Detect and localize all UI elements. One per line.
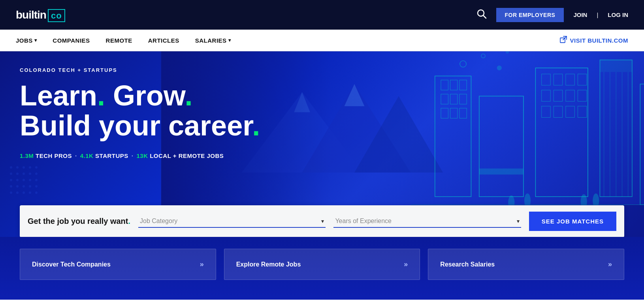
secondary-navigation: JOBS ▾ COMPANIES REMOTE ARTICLES SALARIE… bbox=[0, 30, 644, 51]
svg-point-69 bbox=[16, 185, 19, 188]
see-job-matches-button[interactable]: SEE JOB MATCHES bbox=[529, 212, 616, 231]
startups-count: 4.1K bbox=[80, 152, 94, 159]
years-experience-chevron-icon: ▾ bbox=[517, 218, 520, 224]
svg-point-70 bbox=[23, 185, 25, 188]
search-bar: Get the job you really want. Job Categor… bbox=[20, 205, 624, 237]
nav-articles[interactable]: ARTICLES bbox=[148, 37, 179, 44]
job-category-chevron-icon: ▾ bbox=[321, 218, 324, 224]
svg-point-71 bbox=[29, 185, 31, 188]
svg-point-61 bbox=[29, 173, 31, 175]
visit-builtin-link[interactable]: VISIT BUILTIN.COM bbox=[560, 36, 628, 45]
nav-salaries[interactable]: SALARIES ▾ bbox=[195, 37, 231, 44]
svg-point-58 bbox=[10, 173, 12, 175]
visit-builtin-label: VISIT BUILTIN.COM bbox=[570, 37, 628, 44]
external-link-icon bbox=[560, 36, 567, 45]
hero-stats: 1.3M TECH PROS · 4.1K STARTUPS · 13K LOC… bbox=[20, 152, 624, 159]
research-salaries-arrow-icon: » bbox=[608, 260, 612, 268]
svg-point-62 bbox=[35, 173, 38, 175]
research-salaries-label: Research Salaries bbox=[440, 261, 495, 268]
svg-point-73 bbox=[10, 191, 12, 194]
svg-point-60 bbox=[23, 173, 25, 175]
discover-tech-label: Discover Tech Companies bbox=[32, 261, 111, 268]
svg-point-72 bbox=[35, 185, 38, 188]
tech-pros-label: TECH PROS bbox=[34, 152, 72, 159]
explore-remote-jobs-card[interactable]: Explore Remote Jobs » bbox=[224, 249, 420, 280]
hero-headline: Learn. Grow. Build your career. bbox=[20, 81, 624, 141]
top-navigation: builtinco FOR EMPLOYERS JOIN | LOG IN bbox=[0, 0, 644, 30]
jobs-count: 13K bbox=[136, 152, 148, 159]
logo-text: builtinco bbox=[16, 9, 65, 21]
svg-point-67 bbox=[35, 179, 38, 181]
discover-tech-arrow-icon: » bbox=[200, 260, 204, 268]
svg-point-77 bbox=[35, 191, 38, 194]
nav-jobs[interactable]: JOBS ▾ bbox=[16, 37, 37, 44]
svg-point-66 bbox=[29, 179, 31, 181]
svg-point-74 bbox=[16, 191, 19, 194]
sec-nav-left: JOBS ▾ COMPANIES REMOTE ARTICLES SALARIE… bbox=[16, 37, 231, 44]
bottom-section: Discover Tech Companies » Explore Remote… bbox=[0, 237, 644, 300]
years-experience-label: Years of Experience bbox=[335, 218, 392, 225]
stat-sep-1: · bbox=[75, 152, 77, 159]
startups-label: STARTUPS bbox=[93, 152, 128, 159]
nav-divider: | bbox=[597, 11, 598, 18]
login-link[interactable]: LOG IN bbox=[608, 11, 628, 18]
svg-point-68 bbox=[10, 185, 12, 188]
svg-point-59 bbox=[16, 173, 19, 175]
hero-subtitle: COLORADO TECH + STARTUPS bbox=[20, 67, 624, 73]
svg-line-1 bbox=[483, 15, 486, 18]
join-link[interactable]: JOIN bbox=[573, 11, 587, 18]
stat-sep-2: · bbox=[132, 152, 134, 159]
nav-companies[interactable]: COMPANIES bbox=[53, 37, 90, 44]
job-category-select[interactable]: Job Category ▾ bbox=[138, 215, 326, 228]
years-experience-select[interactable]: Years of Experience ▾ bbox=[333, 215, 521, 228]
discover-tech-companies-card[interactable]: Discover Tech Companies » bbox=[20, 249, 216, 280]
svg-point-75 bbox=[23, 191, 25, 194]
for-employers-button[interactable]: FOR EMPLOYERS bbox=[496, 8, 564, 22]
nav-remote[interactable]: REMOTE bbox=[106, 37, 132, 44]
svg-point-65 bbox=[23, 179, 25, 181]
svg-point-76 bbox=[29, 191, 31, 194]
explore-remote-arrow-icon: » bbox=[404, 260, 408, 268]
tech-pros-count: 1.3M bbox=[20, 152, 34, 159]
search-tagline: Get the job you really want. bbox=[28, 217, 130, 226]
logo[interactable]: builtinco bbox=[16, 9, 65, 21]
explore-remote-label: Explore Remote Jobs bbox=[236, 261, 301, 268]
hero-content: COLORADO TECH + STARTUPS Learn. Grow. Bu… bbox=[0, 51, 644, 171]
svg-point-63 bbox=[10, 179, 12, 181]
jobs-label: LOCAL + REMOTE JOBS bbox=[148, 152, 224, 159]
research-salaries-card[interactable]: Research Salaries » bbox=[428, 249, 624, 280]
search-button[interactable] bbox=[476, 9, 487, 21]
top-nav-right: FOR EMPLOYERS JOIN | LOG IN bbox=[476, 8, 628, 22]
cards-row: Discover Tech Companies » Explore Remote… bbox=[20, 249, 624, 280]
svg-point-64 bbox=[16, 179, 19, 181]
hero-section: COLORADO TECH + STARTUPS Learn. Grow. Bu… bbox=[0, 51, 644, 237]
jobs-chevron-icon: ▾ bbox=[34, 38, 37, 43]
salaries-chevron-icon: ▾ bbox=[228, 38, 231, 43]
search-bar-container: Get the job you really want. Job Categor… bbox=[20, 205, 624, 237]
job-category-label: Job Category bbox=[140, 218, 177, 225]
